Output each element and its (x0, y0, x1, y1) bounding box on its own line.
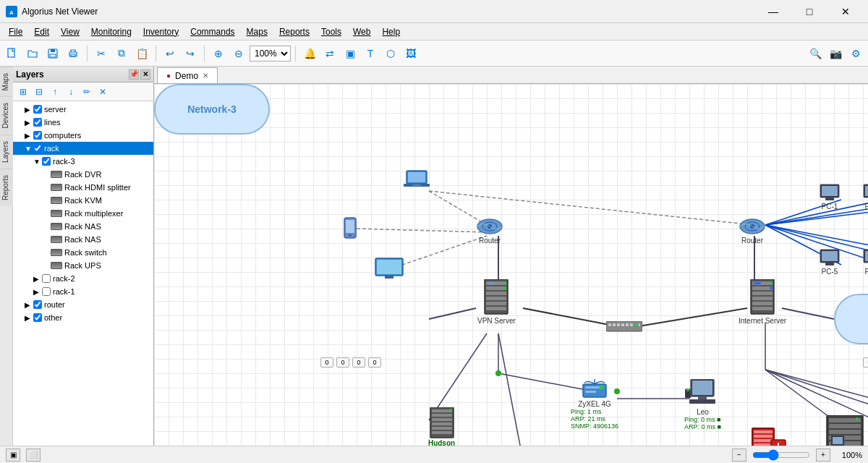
cb-rack2[interactable] (42, 274, 51, 283)
tb-image-button[interactable]: 🖼 (401, 44, 420, 63)
node-hudson[interactable]: Hudson Ping: 0 ms ARP: 20 ms DriveFreeSp… (404, 407, 479, 446)
tree-item-rack-dvr[interactable]: Rack DVR (13, 168, 153, 181)
tb-search-button[interactable]: 🔍 (806, 44, 825, 63)
node-pc5[interactable]: PC-5 (820, 249, 840, 276)
tree-item-rack[interactable]: ▼ rack (13, 142, 153, 155)
cb-computers[interactable] (33, 131, 42, 140)
tb-text-button[interactable]: T (361, 44, 380, 63)
tb-cut-button[interactable]: ✂ (92, 44, 111, 63)
zoom-minus-status[interactable]: − (732, 449, 746, 462)
zoom-plus-status[interactable]: + (816, 449, 830, 462)
tree-item-lines[interactable]: ▶ lines (13, 116, 153, 129)
vtab-devices[interactable]: Devices (0, 96, 13, 135)
node-switch[interactable] (606, 321, 642, 333)
map-tab-demo[interactable]: ● Demo ✕ (157, 67, 218, 83)
status-btn-2[interactable]: ⬜ (26, 449, 41, 462)
node-pc2[interactable]: PC-2 (863, 184, 868, 211)
layers-add-button[interactable]: ⊞ (16, 85, 30, 99)
tree-item-rack-nas1[interactable]: Rack NAS (13, 220, 153, 233)
node-alert[interactable]: ! 192.168.1.49 Ping SSH (751, 427, 789, 446)
vtab-maps[interactable]: Maps (0, 67, 13, 96)
canvas-area[interactable]: Network-3 Network-2 (154, 84, 868, 446)
tb-flag-button[interactable]: 🔔 (300, 44, 319, 63)
cb-other[interactable] (33, 313, 42, 322)
expand-router[interactable]: ▶ (25, 301, 33, 309)
zoom-slider[interactable] (752, 449, 810, 461)
node-leo[interactable]: Leo Ping: 0 ms ■ ARP: 0 ms ■ (684, 379, 721, 430)
cb-rack1[interactable] (42, 287, 51, 296)
tb-new-button[interactable] (3, 44, 22, 63)
tb-undo-button[interactable]: ↩ (161, 44, 179, 63)
tb-flip-button[interactable]: ⇄ (320, 44, 339, 63)
tree-item-other[interactable]: ▶ other (13, 311, 153, 324)
close-button[interactable]: ✕ (829, 0, 862, 23)
node-pc1[interactable]: PC-1 (820, 184, 840, 211)
tb-shape-button[interactable]: ⬡ (381, 44, 400, 63)
tree-item-server[interactable]: ▶ server (13, 103, 153, 116)
vtab-layers[interactable]: Layers (0, 135, 13, 169)
panel-close-button[interactable]: ✕ (140, 69, 150, 80)
tree-item-rack-2[interactable]: ▶ rack-2 (13, 272, 153, 285)
layers-down-button[interactable]: ↓ (64, 85, 78, 99)
tree-item-rack-3[interactable]: ▼ rack-3 (13, 155, 153, 168)
cb-lines[interactable] (33, 118, 42, 127)
tb-print-button[interactable] (64, 44, 82, 63)
tree-item-router[interactable]: ▶ router (13, 298, 153, 311)
expand-rack1[interactable]: ▶ (33, 288, 42, 296)
node-rack-server1[interactable] (825, 415, 864, 446)
tree-item-rack-mux[interactable]: Rack multiplexer (13, 207, 153, 220)
menu-maps[interactable]: Maps (241, 25, 273, 38)
expand-rack2[interactable]: ▶ (33, 275, 42, 283)
node-internet-server[interactable]: Internet Server (739, 279, 786, 325)
layers-up-button[interactable]: ↑ (48, 85, 62, 99)
tb-align-button[interactable]: ▣ (341, 44, 359, 63)
menu-edit[interactable]: Edit (28, 25, 55, 38)
expand-rack[interactable]: ▼ (25, 145, 33, 153)
expand-computers[interactable]: ▶ (25, 132, 33, 140)
tb-zoom-out-button[interactable]: ⊖ (229, 44, 248, 63)
status-btn-1[interactable]: ▣ (6, 449, 20, 462)
tb-redo-button[interactable]: ↪ (181, 44, 200, 63)
tree-item-rack-switch[interactable]: Rack switch (13, 246, 153, 259)
layers-delete-button[interactable]: ✕ (95, 85, 110, 99)
menu-file[interactable]: File (3, 25, 28, 38)
tree-item-rack-kvm[interactable]: Rack KVM (13, 194, 153, 207)
zoom-select[interactable]: 50% 75% 100% 125% 150% 200% (250, 46, 291, 61)
panel-pin-button[interactable]: 📌 (129, 69, 139, 80)
tree-item-rack-ups[interactable]: Rack UPS (13, 259, 153, 272)
menu-monitoring[interactable]: Monitoring (85, 25, 137, 38)
vtab-reports[interactable]: Reports (0, 169, 13, 206)
expand-other[interactable]: ▶ (25, 314, 33, 322)
node-mobile[interactable] (344, 217, 357, 239)
layers-remove-button[interactable]: ⊟ (32, 85, 46, 99)
tree-item-rack-hdmi[interactable]: Rack HDMI splitter (13, 181, 153, 194)
cb-router[interactable] (33, 300, 42, 309)
tb-save-button[interactable] (43, 44, 62, 63)
tb-copy-button[interactable]: ⧉ (112, 44, 131, 63)
menu-tools[interactable]: Tools (315, 25, 347, 38)
menu-web[interactable]: Web (347, 25, 376, 38)
tree-item-computers[interactable]: ▶ computers (13, 129, 153, 142)
menu-help[interactable]: Help (376, 25, 406, 38)
node-router2[interactable]: Router (739, 218, 766, 245)
node-laptop[interactable] (404, 169, 430, 190)
node-zyxel[interactable]: ZyXEL 4G Ping: 1 ms ARP: 21 ms SNMP: 490… (571, 378, 618, 430)
cb-rack3[interactable] (42, 157, 51, 166)
cb-rack[interactable] (33, 144, 42, 153)
menu-commands[interactable]: Commands (184, 25, 240, 38)
expand-server[interactable]: ▶ (25, 106, 33, 114)
maximize-button[interactable]: □ (793, 0, 826, 23)
node-tv[interactable] (375, 258, 404, 279)
tb-settings-button[interactable]: ⚙ (846, 44, 865, 63)
node-router1[interactable]: Router (476, 218, 503, 245)
tb-open-button[interactable] (23, 44, 42, 63)
expand-lines[interactable]: ▶ (25, 119, 33, 127)
tree-item-rack-nas2[interactable]: Rack NAS (13, 233, 153, 246)
tab-demo-close[interactable]: ✕ (203, 72, 208, 80)
node-pc6[interactable]: PC-6 (863, 249, 868, 276)
tb-zoom-in-button[interactable]: ⊕ (209, 44, 228, 63)
tb-screenshot-button[interactable]: 📷 (826, 44, 845, 63)
minimize-button[interactable]: — (757, 0, 790, 23)
layers-edit-button[interactable]: ✏ (80, 85, 94, 99)
tree-item-rack-1[interactable]: ▶ rack-1 (13, 285, 153, 298)
